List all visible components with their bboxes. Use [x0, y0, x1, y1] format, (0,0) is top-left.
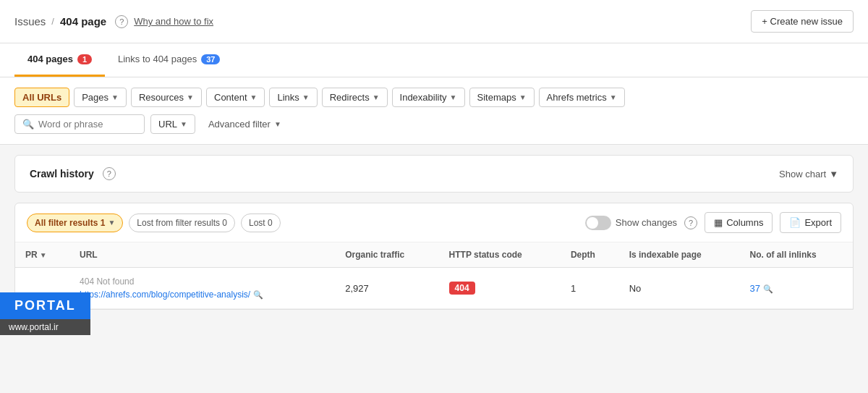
all-filter-chevron: ▼ [108, 219, 115, 227]
crawl-history-help-icon[interactable]: ? [103, 167, 116, 180]
url-title: 404 Not found [80, 276, 325, 287]
tab-404-pages-badge: 1 [77, 54, 92, 64]
pr-sort-arrow: ▼ [40, 251, 47, 259]
pages-filter[interactable]: Pages ▼ [74, 88, 127, 107]
cell-inlinks: 37 🔍 [740, 268, 853, 309]
table-row: 404 Not found https://ahrefs.com/blog/co… [15, 268, 853, 309]
search-icon: 🔍 [22, 119, 34, 130]
tab-404-pages[interactable]: 404 pages 1 [14, 43, 105, 77]
cell-organic-traffic: 2,927 [335, 268, 438, 309]
advanced-filter[interactable]: Advanced filter ▼ [201, 115, 289, 133]
tabs-bar: 404 pages 1 Links to 404 pages 37 [0, 43, 868, 77]
inlinks-link[interactable]: 37 [750, 283, 763, 294]
crawl-history-section: Crawl history ? Show chart ▼ [14, 155, 854, 193]
results-right: Show changes ? ▦ Columns 📄 Export [585, 212, 841, 233]
create-new-issue-button[interactable]: + Create new issue [751, 10, 854, 33]
cell-depth: 1 [561, 268, 619, 309]
sitemaps-filter[interactable]: Sitemaps ▼ [469, 88, 535, 107]
why-link[interactable]: Why and how to fix [134, 16, 213, 27]
ahrefs-metrics-chevron: ▼ [610, 93, 617, 101]
url-dropdown[interactable]: URL ▼ [150, 114, 195, 134]
advanced-filter-label: Advanced filter [208, 119, 271, 130]
th-inlinks: No. of all inlinks [740, 242, 853, 268]
ahrefs-metrics-label: Ahrefs metrics [547, 92, 607, 103]
content-chevron: ▼ [250, 93, 258, 101]
lost-pill[interactable]: Lost 0 [241, 214, 281, 232]
url-dropdown-label: URL [158, 119, 177, 130]
show-changes: Show changes ? [585, 216, 697, 230]
export-label: Export [804, 217, 832, 228]
tab-links-to-404-label: Links to 404 pages [118, 54, 197, 64]
th-http-status: HTTP status code [439, 242, 561, 268]
show-chart-button[interactable]: Show chart ▼ [779, 169, 838, 179]
links-chevron: ▼ [302, 93, 310, 101]
indexability-filter[interactable]: Indexability ▼ [392, 88, 465, 107]
search-input[interactable] [38, 119, 137, 130]
sitemaps-label: Sitemaps [477, 92, 516, 103]
status-badge: 404 [449, 282, 475, 295]
links-filter[interactable]: Links ▼ [269, 88, 317, 107]
search-box: 🔍 [14, 114, 145, 134]
export-icon: 📄 [789, 217, 801, 228]
tab-404-pages-label: 404 pages [27, 54, 73, 64]
tab-links-to-404-badge: 37 [201, 54, 220, 64]
all-filter-results-pill[interactable]: All filter results 1 ▼ [27, 214, 123, 232]
tab-links-to-404[interactable]: Links to 404 pages 37 [105, 43, 233, 77]
columns-button[interactable]: ▦ Columns [705, 212, 773, 233]
show-chart-label: Show chart [779, 169, 826, 179]
redirects-filter[interactable]: Redirects ▼ [322, 88, 388, 107]
resources-label: Resources [139, 92, 184, 103]
th-pr-sort[interactable]: PR ▼ [25, 250, 59, 260]
url-link[interactable]: https://ahrefs.com/blog/competitive-anal… [80, 290, 250, 300]
th-depth: Depth [561, 242, 619, 268]
columns-icon: ▦ [714, 217, 723, 228]
data-table: PR ▼ URL Organic traffic HTTP status cod… [15, 242, 853, 309]
redirects-chevron: ▼ [373, 93, 380, 101]
sitemaps-chevron: ▼ [519, 93, 527, 101]
export-button[interactable]: 📄 Export [780, 212, 841, 233]
cell-url: 404 Not found https://ahrefs.com/blog/co… [69, 268, 335, 309]
columns-label: Columns [726, 217, 763, 228]
results-left: All filter results 1 ▼ Lost from filter … [27, 214, 281, 232]
th-is-indexable: Is indexable page [619, 242, 740, 268]
filter-section: All URLs Pages ▼ Resources ▼ Content ▼ L… [0, 77, 868, 145]
pages-label: Pages [82, 92, 109, 103]
portal-badge: PORTAL [0, 292, 90, 310]
filter-row-2: 🔍 URL ▼ Advanced filter ▼ [14, 114, 854, 134]
resources-filter[interactable]: Resources ▼ [131, 88, 202, 107]
breadcrumb-issues: Issues [14, 15, 46, 28]
th-organic-traffic: Organic traffic [335, 242, 438, 268]
cell-http-status: 404 [439, 268, 561, 309]
show-changes-toggle[interactable] [585, 216, 611, 230]
th-url: URL [69, 242, 335, 268]
breadcrumb-page-title: 404 page [60, 15, 106, 28]
lost-filter-results-pill[interactable]: Lost from filter results 0 [129, 214, 235, 232]
url-search-icon[interactable]: 🔍 [253, 290, 263, 299]
help-icon[interactable]: ? [115, 15, 128, 28]
show-chart-chevron: ▼ [829, 169, 838, 179]
th-pr: PR ▼ [15, 242, 69, 268]
inlinks-search-icon[interactable]: 🔍 [763, 284, 773, 293]
pages-chevron: ▼ [111, 93, 119, 101]
table-header: PR ▼ URL Organic traffic HTTP status cod… [15, 242, 853, 268]
crawl-history-left: Crawl history ? [30, 167, 116, 180]
cell-is-indexable: No [619, 268, 740, 309]
content-label: Content [214, 92, 247, 103]
breadcrumb: Issues / 404 page ? Why and how to fix [14, 15, 213, 28]
indexability-label: Indexability [400, 92, 447, 103]
resources-chevron: ▼ [187, 93, 194, 101]
table-body: 404 Not found https://ahrefs.com/blog/co… [15, 268, 853, 309]
show-changes-help-icon[interactable]: ? [684, 216, 697, 229]
top-bar: Issues / 404 page ? Why and how to fix +… [0, 0, 868, 43]
all-filter-results-label: All filter results 1 [35, 218, 105, 228]
results-bar: All filter results 1 ▼ Lost from filter … [15, 203, 853, 242]
crawl-history-title: Crawl history [30, 168, 94, 179]
indexability-chevron: ▼ [450, 93, 457, 101]
links-label: Links [277, 92, 299, 103]
portal-overlay: PORTAL www.portal.ir [0, 292, 90, 310]
all-urls-filter[interactable]: All URLs [14, 88, 69, 107]
ahrefs-metrics-filter[interactable]: Ahrefs metrics ▼ [539, 88, 625, 107]
table-wrapper: PR ▼ URL Organic traffic HTTP status cod… [15, 242, 853, 309]
results-section: All filter results 1 ▼ Lost from filter … [14, 203, 854, 310]
content-filter[interactable]: Content ▼ [206, 88, 265, 107]
